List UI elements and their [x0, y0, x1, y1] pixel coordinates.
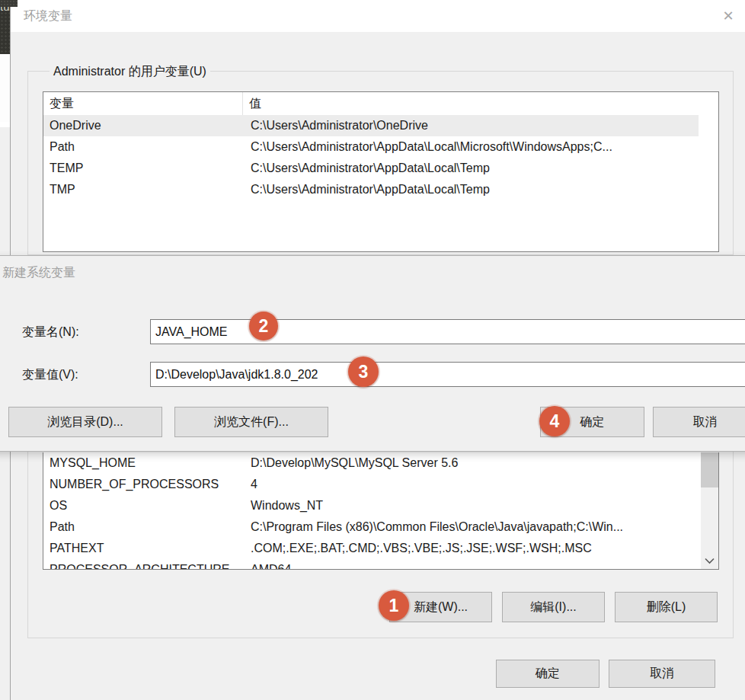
- variable-value-cell: Windows_NT: [243, 499, 699, 513]
- table-row[interactable]: NUMBER_OF_PROCESSORS 4: [43, 474, 699, 495]
- variable-value-input[interactable]: [150, 362, 745, 387]
- variable-name-cell: MYSQL_HOME: [43, 456, 243, 470]
- table-row[interactable]: Path C:\Program Files (x86)\Common Files…: [43, 516, 699, 538]
- ok-button[interactable]: 确定: [496, 660, 600, 688]
- cancel-button[interactable]: 取消: [609, 660, 715, 688]
- screenshot-root: 理员 , tu 环境变量 ✕ Administrator 的用户变量(U) 变量…: [0, 0, 745, 700]
- variable-name-cell: PATHEXT: [43, 542, 243, 555]
- close-icon: ✕: [722, 9, 734, 23]
- scroll-down-button[interactable]: [701, 552, 718, 569]
- variable-value-cell: AMD64: [243, 563, 699, 570]
- variable-value-cell: 4: [243, 478, 699, 491]
- new-system-variable-dialog: 新建系统变量 变量名(N): 变量值(V): 浏览目录(D)... 浏览文件(F…: [0, 255, 745, 452]
- variable-name-cell: OS: [43, 499, 243, 513]
- cancel-button[interactable]: 取消: [653, 407, 745, 437]
- user-variables-table: 变量 值 OneDrive C:\Users\Administrator\One…: [43, 91, 719, 252]
- annotation-step-2: 2: [249, 312, 278, 340]
- table-row[interactable]: TEMP C:\Users\Administrator\AppData\Loca…: [43, 158, 699, 179]
- variable-value-cell: D:\Develop\MySQL\MySQL Server 5.6: [243, 456, 699, 470]
- browse-directory-button[interactable]: 浏览目录(D)...: [8, 407, 162, 437]
- variable-name-cell: PROCESSOR_ARCHITECTURE: [43, 563, 243, 570]
- system-variables-table: MYSQL_HOME D:\Develop\MySQL\MySQL Server…: [43, 452, 719, 570]
- dialog-titlebar[interactable]: 环境变量 ✕: [11, 0, 745, 32]
- variable-name-cell: OneDrive: [43, 119, 243, 133]
- variable-name-input[interactable]: [150, 319, 745, 344]
- edit-variable-button[interactable]: 编辑(I)...: [502, 592, 605, 622]
- variable-name-label: 变量名(N):: [22, 324, 79, 340]
- variable-name-cell: Path: [43, 140, 243, 154]
- table-row[interactable]: OS Windows_NT: [43, 495, 699, 516]
- variable-name-cell: Path: [43, 520, 243, 534]
- variable-name-cell: TMP: [43, 183, 243, 197]
- table-row[interactable]: OneDrive C:\Users\Administrator\OneDrive: [43, 115, 699, 136]
- variable-value-cell: C:\Users\Administrator\AppData\Local\Tem…: [243, 183, 699, 197]
- user-variables-group-label: Administrator 的用户变量(U): [50, 64, 210, 80]
- variable-value-cell: .COM;.EXE;.BAT;.CMD;.VBS;.VBE;.JS;.JSE;.…: [243, 542, 699, 555]
- scrollbar-thumb[interactable]: [701, 452, 718, 487]
- variable-name-cell: TEMP: [43, 161, 243, 175]
- variable-value-cell: C:\Program Files (x86)\Common Files\Orac…: [243, 520, 699, 534]
- dialog-title: 新建系统变量: [2, 265, 75, 281]
- column-header-value[interactable]: 值: [243, 96, 718, 112]
- delete-variable-button[interactable]: 删除(L): [615, 592, 718, 622]
- annotation-step-1: 1: [379, 590, 409, 621]
- table-row[interactable]: PATHEXT .COM;.EXE;.BAT;.CMD;.VBS;.VBE;.J…: [43, 538, 699, 559]
- close-button[interactable]: ✕: [716, 5, 740, 27]
- column-header-variable[interactable]: 变量: [43, 92, 243, 115]
- variable-value-label: 变量值(V):: [22, 367, 78, 383]
- dialog-title: 环境变量: [24, 8, 72, 24]
- variable-value-cell: C:\Users\Administrator\AppData\Local\Tem…: [243, 161, 699, 175]
- annotation-step-3: 3: [348, 356, 379, 387]
- annotation-step-4: 4: [539, 406, 570, 436]
- table-row[interactable]: PROCESSOR_ARCHITECTURE AMD64: [43, 559, 699, 570]
- chevron-down-icon: [705, 558, 715, 564]
- vertical-scrollbar[interactable]: [701, 452, 718, 569]
- browse-file-button[interactable]: 浏览文件(F)...: [174, 407, 328, 437]
- desktop-wallpaper-fragment: [0, 0, 18, 7]
- variable-name-cell: NUMBER_OF_PROCESSORS: [43, 478, 243, 491]
- variable-value-cell: C:\Users\Administrator\AppData\Local\Mic…: [243, 140, 699, 154]
- variable-value-cell: C:\Users\Administrator\OneDrive: [243, 119, 699, 133]
- table-row[interactable]: Path C:\Users\Administrator\AppData\Loca…: [43, 136, 699, 158]
- table-row[interactable]: TMP C:\Users\Administrator\AppData\Local…: [43, 179, 699, 200]
- table-header: 变量 值: [43, 92, 718, 115]
- table-row[interactable]: MYSQL_HOME D:\Develop\MySQL\MySQL Server…: [43, 452, 699, 474]
